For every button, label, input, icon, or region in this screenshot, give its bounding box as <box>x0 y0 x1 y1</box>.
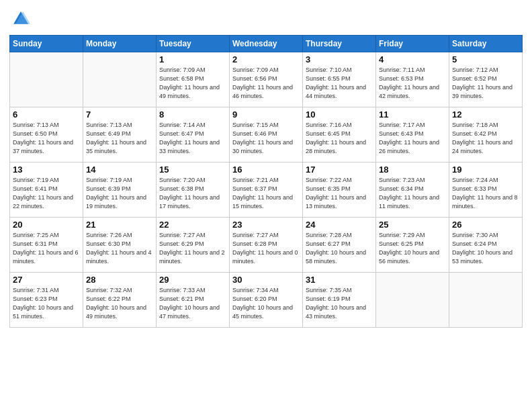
day-info: Sunrise: 7:31 AM Sunset: 6:23 PM Dayligh… <box>13 286 80 321</box>
calendar-cell: 22Sunrise: 7:27 AM Sunset: 6:29 PM Dayli… <box>157 218 230 273</box>
day-info: Sunrise: 7:21 AM Sunset: 6:37 PM Dayligh… <box>232 176 300 211</box>
day-number: 23 <box>232 220 300 230</box>
day-info: Sunrise: 7:32 AM Sunset: 6:22 PM Dayligh… <box>86 286 153 321</box>
calendar-cell: 27Sunrise: 7:31 AM Sunset: 6:23 PM Dayli… <box>10 273 83 328</box>
day-info: Sunrise: 7:09 AM Sunset: 6:56 PM Dayligh… <box>232 66 300 101</box>
calendar-cell: 6Sunrise: 7:13 AM Sunset: 6:50 PM Daylig… <box>10 107 83 163</box>
day-number: 3 <box>306 54 373 64</box>
calendar-header-sunday: Sunday <box>10 36 83 52</box>
calendar-cell: 7Sunrise: 7:13 AM Sunset: 6:49 PM Daylig… <box>83 107 157 163</box>
calendar-header-saturday: Saturday <box>449 36 523 52</box>
calendar-cell: 30Sunrise: 7:34 AM Sunset: 6:20 PM Dayli… <box>230 273 303 328</box>
day-number: 19 <box>452 165 519 175</box>
day-info: Sunrise: 7:19 AM Sunset: 6:41 PM Dayligh… <box>13 176 80 211</box>
day-info: Sunrise: 7:26 AM Sunset: 6:30 PM Dayligh… <box>86 231 153 266</box>
calendar-header-friday: Friday <box>376 36 449 52</box>
calendar-cell <box>10 52 83 107</box>
calendar-table: SundayMondayTuesdayWednesdayThursdayFrid… <box>9 35 523 328</box>
day-number: 30 <box>232 275 300 285</box>
day-info: Sunrise: 7:27 AM Sunset: 6:29 PM Dayligh… <box>159 231 226 266</box>
calendar-cell: 24Sunrise: 7:28 AM Sunset: 6:27 PM Dayli… <box>303 218 376 273</box>
calendar-cell: 12Sunrise: 7:18 AM Sunset: 6:42 PM Dayli… <box>449 107 523 163</box>
calendar-cell: 13Sunrise: 7:19 AM Sunset: 6:41 PM Dayli… <box>10 163 83 218</box>
day-info: Sunrise: 7:24 AM Sunset: 6:33 PM Dayligh… <box>452 176 519 211</box>
day-number: 12 <box>452 109 519 120</box>
day-info: Sunrise: 7:13 AM Sunset: 6:49 PM Dayligh… <box>86 121 153 156</box>
calendar-cell: 10Sunrise: 7:16 AM Sunset: 6:45 PM Dayli… <box>303 107 376 163</box>
day-number: 24 <box>306 220 373 230</box>
day-number: 14 <box>86 165 153 175</box>
day-info: Sunrise: 7:10 AM Sunset: 6:55 PM Dayligh… <box>306 66 373 101</box>
calendar-cell: 15Sunrise: 7:20 AM Sunset: 6:38 PM Dayli… <box>157 163 230 218</box>
calendar-cell: 4Sunrise: 7:11 AM Sunset: 6:53 PM Daylig… <box>376 52 449 107</box>
calendar-week-4: 20Sunrise: 7:25 AM Sunset: 6:31 PM Dayli… <box>10 218 523 273</box>
calendar-cell: 14Sunrise: 7:19 AM Sunset: 6:39 PM Dayli… <box>83 163 157 218</box>
day-info: Sunrise: 7:13 AM Sunset: 6:50 PM Dayligh… <box>13 121 80 156</box>
day-info: Sunrise: 7:30 AM Sunset: 6:24 PM Dayligh… <box>452 231 519 266</box>
day-number: 27 <box>13 275 80 285</box>
calendar-cell: 3Sunrise: 7:10 AM Sunset: 6:55 PM Daylig… <box>303 52 376 107</box>
day-number: 20 <box>13 220 80 230</box>
day-info: Sunrise: 7:23 AM Sunset: 6:34 PM Dayligh… <box>379 176 446 211</box>
day-info: Sunrise: 7:28 AM Sunset: 6:27 PM Dayligh… <box>306 231 373 266</box>
calendar-header-monday: Monday <box>83 36 157 52</box>
calendar-cell: 21Sunrise: 7:26 AM Sunset: 6:30 PM Dayli… <box>83 218 157 273</box>
day-number: 7 <box>86 109 153 120</box>
calendar-week-5: 27Sunrise: 7:31 AM Sunset: 6:23 PM Dayli… <box>10 273 523 328</box>
day-info: Sunrise: 7:11 AM Sunset: 6:53 PM Dayligh… <box>379 66 446 101</box>
day-number: 18 <box>379 165 446 175</box>
calendar-header-tuesday: Tuesday <box>157 36 230 52</box>
day-info: Sunrise: 7:29 AM Sunset: 6:25 PM Dayligh… <box>379 231 446 266</box>
calendar-cell: 8Sunrise: 7:14 AM Sunset: 6:47 PM Daylig… <box>157 107 230 163</box>
calendar-cell: 20Sunrise: 7:25 AM Sunset: 6:31 PM Dayli… <box>10 218 83 273</box>
day-number: 17 <box>306 165 373 175</box>
calendar-cell: 5Sunrise: 7:12 AM Sunset: 6:52 PM Daylig… <box>449 52 523 107</box>
day-number: 29 <box>159 275 226 285</box>
calendar-cell: 31Sunrise: 7:35 AM Sunset: 6:19 PM Dayli… <box>303 273 376 328</box>
calendar-header-thursday: Thursday <box>303 36 376 52</box>
day-number: 22 <box>159 220 226 230</box>
day-info: Sunrise: 7:19 AM Sunset: 6:39 PM Dayligh… <box>86 176 153 211</box>
day-number: 11 <box>379 109 446 120</box>
day-info: Sunrise: 7:34 AM Sunset: 6:20 PM Dayligh… <box>232 286 300 321</box>
day-number: 4 <box>379 54 446 64</box>
calendar-cell: 23Sunrise: 7:27 AM Sunset: 6:28 PM Dayli… <box>230 218 303 273</box>
calendar-week-2: 6Sunrise: 7:13 AM Sunset: 6:50 PM Daylig… <box>10 107 523 163</box>
day-info: Sunrise: 7:14 AM Sunset: 6:47 PM Dayligh… <box>159 121 226 156</box>
day-number: 8 <box>159 109 226 120</box>
calendar-cell: 9Sunrise: 7:15 AM Sunset: 6:46 PM Daylig… <box>230 107 303 163</box>
day-info: Sunrise: 7:20 AM Sunset: 6:38 PM Dayligh… <box>159 176 226 211</box>
calendar-cell: 28Sunrise: 7:32 AM Sunset: 6:22 PM Dayli… <box>83 273 157 328</box>
calendar-cell: 2Sunrise: 7:09 AM Sunset: 6:56 PM Daylig… <box>230 52 303 107</box>
day-info: Sunrise: 7:16 AM Sunset: 6:45 PM Dayligh… <box>306 121 373 156</box>
day-number: 2 <box>232 54 300 64</box>
calendar-cell: 25Sunrise: 7:29 AM Sunset: 6:25 PM Dayli… <box>376 218 449 273</box>
day-number: 9 <box>232 109 300 120</box>
calendar-header-wednesday: Wednesday <box>230 36 303 52</box>
day-number: 5 <box>452 54 519 64</box>
calendar-cell: 11Sunrise: 7:17 AM Sunset: 6:43 PM Dayli… <box>376 107 449 163</box>
calendar-cell <box>83 52 157 107</box>
calendar-cell: 26Sunrise: 7:30 AM Sunset: 6:24 PM Dayli… <box>449 218 523 273</box>
calendar-cell: 16Sunrise: 7:21 AM Sunset: 6:37 PM Dayli… <box>230 163 303 218</box>
day-number: 10 <box>306 109 373 120</box>
calendar-cell <box>449 273 523 328</box>
calendar-cell: 19Sunrise: 7:24 AM Sunset: 6:33 PM Dayli… <box>449 163 523 218</box>
page: SundayMondayTuesdayWednesdayThursdayFrid… <box>0 0 532 411</box>
calendar-week-1: 1Sunrise: 7:09 AM Sunset: 6:58 PM Daylig… <box>10 52 523 107</box>
day-number: 1 <box>159 54 226 64</box>
day-info: Sunrise: 7:22 AM Sunset: 6:35 PM Dayligh… <box>306 176 373 211</box>
calendar-cell: 17Sunrise: 7:22 AM Sunset: 6:35 PM Dayli… <box>303 163 376 218</box>
day-number: 28 <box>86 275 153 285</box>
logo-icon <box>11 9 30 28</box>
day-info: Sunrise: 7:27 AM Sunset: 6:28 PM Dayligh… <box>232 231 300 266</box>
day-number: 31 <box>306 275 373 285</box>
day-info: Sunrise: 7:33 AM Sunset: 6:21 PM Dayligh… <box>159 286 226 321</box>
day-number: 16 <box>232 165 300 175</box>
day-info: Sunrise: 7:09 AM Sunset: 6:58 PM Dayligh… <box>159 66 226 101</box>
calendar-week-3: 13Sunrise: 7:19 AM Sunset: 6:41 PM Dayli… <box>10 163 523 218</box>
header <box>9 7 523 31</box>
calendar-cell: 1Sunrise: 7:09 AM Sunset: 6:58 PM Daylig… <box>157 52 230 107</box>
calendar-header-row: SundayMondayTuesdayWednesdayThursdayFrid… <box>10 36 523 52</box>
day-number: 26 <box>452 220 519 230</box>
